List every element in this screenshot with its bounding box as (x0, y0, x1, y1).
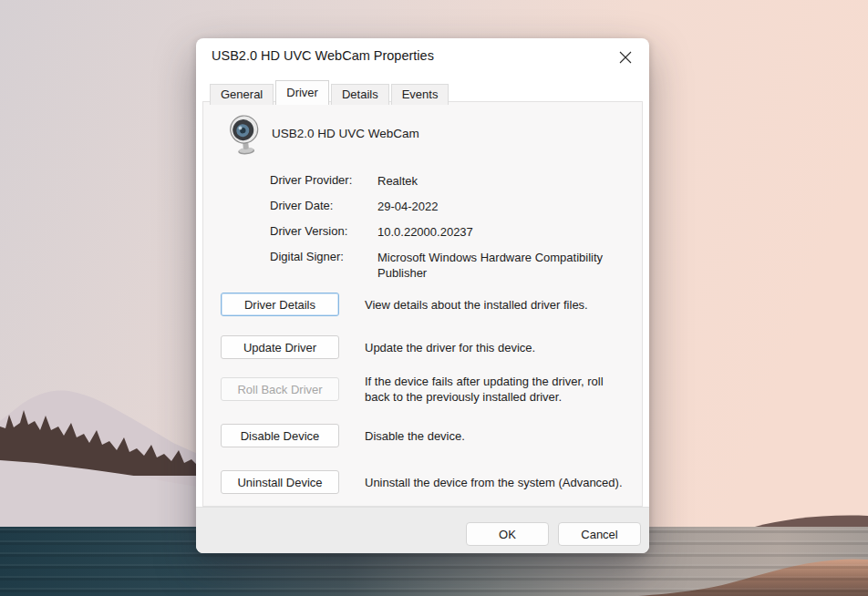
disable-device-description: Disable the device. (365, 428, 629, 444)
tab-driver[interactable]: Driver (275, 80, 329, 105)
tab-details[interactable]: Details (331, 84, 389, 105)
driver-version-label: Driver Version: (270, 224, 347, 238)
ok-button[interactable]: OK (466, 522, 549, 546)
disable-device-row: Disable Device Disable the device. (221, 424, 629, 447)
uninstall-device-description: Uninstall the device from the system (Ad… (365, 475, 629, 490)
uninstall-device-row: Uninstall Device Uninstall the device fr… (221, 470, 629, 494)
update-driver-button[interactable]: Update Driver (221, 335, 339, 359)
roll-back-driver-description: If the device fails after updating the d… (365, 374, 629, 405)
driver-tab-panel: USB2.0 HD UVC WebCam Driver Provider: Re… (202, 101, 643, 507)
disable-device-button[interactable]: Disable Device (221, 424, 339, 447)
driver-provider-value: Realtek (377, 173, 631, 189)
roll-back-driver-button[interactable]: Roll Back Driver (221, 377, 339, 401)
dialog-footer: OK Cancel (196, 507, 649, 553)
driver-details-row: Driver Details View details about the in… (221, 293, 629, 316)
uninstall-device-button[interactable]: Uninstall Device (221, 470, 339, 494)
driver-version-value: 10.0.22000.20237 (377, 224, 631, 240)
close-button[interactable] (609, 42, 642, 73)
device-name: USB2.0 HD UVC WebCam (272, 127, 419, 140)
driver-date-value: 29-04-2022 (377, 199, 631, 214)
tab-events[interactable]: Events (391, 84, 450, 105)
driver-details-description: View details about the installed driver … (365, 297, 629, 313)
update-driver-row: Update Driver Update the driver for this… (221, 335, 629, 359)
device-header: USB2.0 HD UVC WebCam (203, 111, 642, 159)
driver-details-button[interactable]: Driver Details (221, 293, 339, 316)
webcam-icon (226, 114, 263, 158)
tab-bar: General Driver Details Events (210, 80, 450, 105)
close-icon (619, 51, 632, 64)
cancel-button[interactable]: Cancel (558, 522, 641, 546)
digital-signer-label: Digital Signer: (270, 250, 344, 263)
update-driver-description: Update the driver for this device. (365, 340, 629, 355)
roll-back-driver-row: Roll Back Driver If the device fails aft… (221, 374, 629, 405)
tab-general[interactable]: General (210, 84, 274, 105)
driver-provider-label: Driver Provider: (270, 173, 352, 187)
title-bar: USB2.0 HD UVC WebCam Properties (196, 38, 649, 78)
window-title: USB2.0 HD UVC WebCam Properties (212, 48, 434, 63)
properties-dialog: USB2.0 HD UVC WebCam Properties General … (196, 38, 649, 553)
driver-date-label: Driver Date: (270, 199, 333, 212)
digital-signer-value: Microsoft Windows Hardware Compatibility… (377, 250, 631, 281)
